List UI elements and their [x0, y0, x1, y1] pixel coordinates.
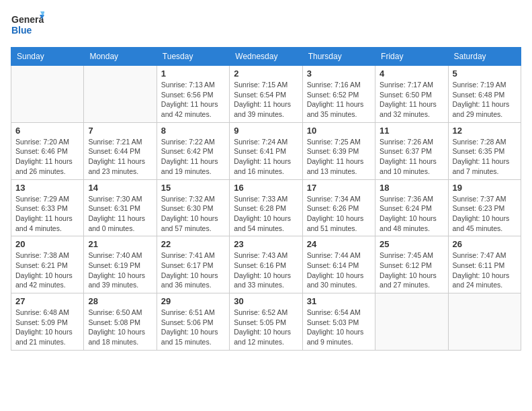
calendar-cell: 19Sunrise: 7:37 AM Sunset: 6:23 PM Dayli… [448, 179, 521, 236]
day-info: Sunrise: 7:21 AM Sunset: 6:44 PM Dayligh… [88, 137, 152, 177]
day-number: 19 [453, 183, 517, 193]
calendar-cell: 31Sunrise: 6:54 AM Sunset: 5:03 PM Dayli… [302, 293, 375, 351]
calendar-cell: 7Sunrise: 7:21 AM Sunset: 6:44 PM Daylig… [84, 122, 157, 179]
calendar-cell: 17Sunrise: 7:34 AM Sunset: 6:26 PM Dayli… [302, 179, 375, 236]
day-number: 18 [380, 183, 443, 193]
calendar-cell: 12Sunrise: 7:28 AM Sunset: 6:35 PM Dayli… [448, 122, 521, 179]
logo: General Blue [11, 11, 44, 39]
day-number: 31 [307, 296, 371, 306]
calendar-cell: 27Sunrise: 6:48 AM Sunset: 5:09 PM Dayli… [11, 293, 84, 351]
day-info: Sunrise: 7:24 AM Sunset: 6:41 PM Dayligh… [234, 137, 298, 177]
calendar-cell: 21Sunrise: 7:40 AM Sunset: 6:19 PM Dayli… [84, 236, 157, 293]
day-info: Sunrise: 7:34 AM Sunset: 6:26 PM Dayligh… [307, 194, 371, 234]
day-info: Sunrise: 6:52 AM Sunset: 5:05 PM Dayligh… [234, 308, 298, 347]
day-info: Sunrise: 7:41 AM Sunset: 6:17 PM Dayligh… [161, 250, 225, 290]
day-info: Sunrise: 7:26 AM Sunset: 6:37 PM Dayligh… [380, 137, 443, 177]
day-number: 4 [380, 68, 443, 79]
weekday-header-row: SundayMondayTuesdayWednesdayThursdayFrid… [11, 48, 521, 66]
weekday-header: Wednesday [230, 48, 302, 66]
day-info: Sunrise: 7:40 AM Sunset: 6:19 PM Dayligh… [88, 250, 152, 290]
calendar-cell: 2Sunrise: 7:15 AM Sunset: 6:54 PM Daylig… [230, 66, 302, 123]
day-info: Sunrise: 6:50 AM Sunset: 5:08 PM Dayligh… [88, 308, 152, 347]
day-number: 28 [88, 296, 152, 306]
day-info: Sunrise: 7:33 AM Sunset: 6:28 PM Dayligh… [234, 194, 298, 234]
day-number: 30 [234, 296, 298, 306]
day-info: Sunrise: 7:28 AM Sunset: 6:35 PM Dayligh… [453, 137, 517, 177]
calendar-cell [11, 66, 84, 123]
day-info: Sunrise: 7:25 AM Sunset: 6:39 PM Dayligh… [307, 137, 371, 177]
day-number: 15 [161, 183, 225, 193]
day-number: 24 [307, 239, 371, 249]
day-number: 2 [234, 68, 298, 79]
calendar-cell: 14Sunrise: 7:30 AM Sunset: 6:31 PM Dayli… [84, 179, 157, 236]
day-info: Sunrise: 7:29 AM Sunset: 6:33 PM Dayligh… [15, 194, 79, 234]
weekday-header: Sunday [11, 48, 84, 66]
calendar-cell: 13Sunrise: 7:29 AM Sunset: 6:33 PM Dayli… [11, 179, 84, 236]
calendar-week-row: 13Sunrise: 7:29 AM Sunset: 6:33 PM Dayli… [11, 179, 521, 236]
day-number: 10 [307, 126, 371, 136]
day-info: Sunrise: 7:37 AM Sunset: 6:23 PM Dayligh… [453, 194, 517, 234]
calendar-week-row: 20Sunrise: 7:38 AM Sunset: 6:21 PM Dayli… [11, 236, 521, 293]
day-number: 20 [15, 239, 79, 249]
calendar-cell: 11Sunrise: 7:26 AM Sunset: 6:37 PM Dayli… [375, 122, 448, 179]
calendar-cell: 9Sunrise: 7:24 AM Sunset: 6:41 PM Daylig… [230, 122, 302, 179]
calendar-week-row: 27Sunrise: 6:48 AM Sunset: 5:09 PM Dayli… [11, 293, 521, 351]
day-number: 26 [453, 239, 517, 249]
day-info: Sunrise: 7:43 AM Sunset: 6:16 PM Dayligh… [234, 250, 298, 290]
calendar-cell [448, 293, 521, 351]
day-number: 6 [15, 126, 79, 136]
calendar-cell: 5Sunrise: 7:19 AM Sunset: 6:48 PM Daylig… [448, 66, 521, 123]
calendar-cell: 16Sunrise: 7:33 AM Sunset: 6:28 PM Dayli… [230, 179, 302, 236]
calendar-cell: 22Sunrise: 7:41 AM Sunset: 6:17 PM Dayli… [157, 236, 229, 293]
day-info: Sunrise: 7:30 AM Sunset: 6:31 PM Dayligh… [88, 194, 152, 234]
calendar-cell: 24Sunrise: 7:44 AM Sunset: 6:14 PM Dayli… [302, 236, 375, 293]
calendar-cell: 8Sunrise: 7:22 AM Sunset: 6:42 PM Daylig… [157, 122, 229, 179]
day-info: Sunrise: 6:51 AM Sunset: 5:06 PM Dayligh… [161, 308, 225, 347]
day-info: Sunrise: 6:54 AM Sunset: 5:03 PM Dayligh… [307, 308, 371, 347]
day-info: Sunrise: 7:19 AM Sunset: 6:48 PM Dayligh… [453, 80, 517, 120]
calendar-cell: 15Sunrise: 7:32 AM Sunset: 6:30 PM Dayli… [157, 179, 229, 236]
svg-text:General: General [11, 14, 44, 25]
day-info: Sunrise: 7:38 AM Sunset: 6:21 PM Dayligh… [15, 250, 79, 290]
calendar-cell: 25Sunrise: 7:45 AM Sunset: 6:12 PM Dayli… [375, 236, 448, 293]
calendar-cell: 20Sunrise: 7:38 AM Sunset: 6:21 PM Dayli… [11, 236, 84, 293]
day-info: Sunrise: 7:44 AM Sunset: 6:14 PM Dayligh… [307, 250, 371, 290]
day-number: 7 [88, 126, 152, 136]
weekday-header: Monday [84, 48, 157, 66]
calendar-cell: 30Sunrise: 6:52 AM Sunset: 5:05 PM Dayli… [230, 293, 302, 351]
day-number: 25 [380, 239, 443, 249]
weekday-header: Tuesday [157, 48, 229, 66]
calendar-week-row: 6Sunrise: 7:20 AM Sunset: 6:46 PM Daylig… [11, 122, 521, 179]
weekday-header: Thursday [302, 48, 375, 66]
day-number: 22 [161, 239, 225, 249]
calendar-cell [84, 66, 157, 123]
calendar-cell: 1Sunrise: 7:13 AM Sunset: 6:56 PM Daylig… [157, 66, 229, 123]
day-number: 11 [380, 126, 443, 136]
day-number: 21 [88, 239, 152, 249]
day-number: 9 [234, 126, 298, 136]
calendar-cell: 18Sunrise: 7:36 AM Sunset: 6:24 PM Dayli… [375, 179, 448, 236]
weekday-header: Friday [375, 48, 448, 66]
day-number: 1 [161, 68, 225, 79]
day-info: Sunrise: 7:15 AM Sunset: 6:54 PM Dayligh… [234, 80, 298, 120]
calendar-cell [375, 293, 448, 351]
day-number: 14 [88, 183, 152, 193]
day-number: 12 [453, 126, 517, 136]
day-number: 27 [15, 296, 79, 306]
day-number: 17 [307, 183, 371, 193]
calendar-table: SundayMondayTuesdayWednesdayThursdayFrid… [11, 47, 521, 351]
calendar-cell: 6Sunrise: 7:20 AM Sunset: 6:46 PM Daylig… [11, 122, 84, 179]
day-number: 16 [234, 183, 298, 193]
calendar-week-row: 1Sunrise: 7:13 AM Sunset: 6:56 PM Daylig… [11, 66, 521, 123]
day-number: 29 [161, 296, 225, 306]
calendar-cell: 29Sunrise: 6:51 AM Sunset: 5:06 PM Dayli… [157, 293, 229, 351]
day-info: Sunrise: 7:16 AM Sunset: 6:52 PM Dayligh… [307, 80, 371, 120]
calendar-cell: 3Sunrise: 7:16 AM Sunset: 6:52 PM Daylig… [302, 66, 375, 123]
day-number: 5 [453, 68, 517, 79]
calendar-cell: 10Sunrise: 7:25 AM Sunset: 6:39 PM Dayli… [302, 122, 375, 179]
day-info: Sunrise: 6:48 AM Sunset: 5:09 PM Dayligh… [15, 308, 79, 347]
day-info: Sunrise: 7:20 AM Sunset: 6:46 PM Dayligh… [15, 137, 79, 177]
calendar-cell: 23Sunrise: 7:43 AM Sunset: 6:16 PM Dayli… [230, 236, 302, 293]
day-info: Sunrise: 7:45 AM Sunset: 6:12 PM Dayligh… [380, 250, 443, 290]
day-info: Sunrise: 7:13 AM Sunset: 6:56 PM Dayligh… [161, 80, 225, 120]
